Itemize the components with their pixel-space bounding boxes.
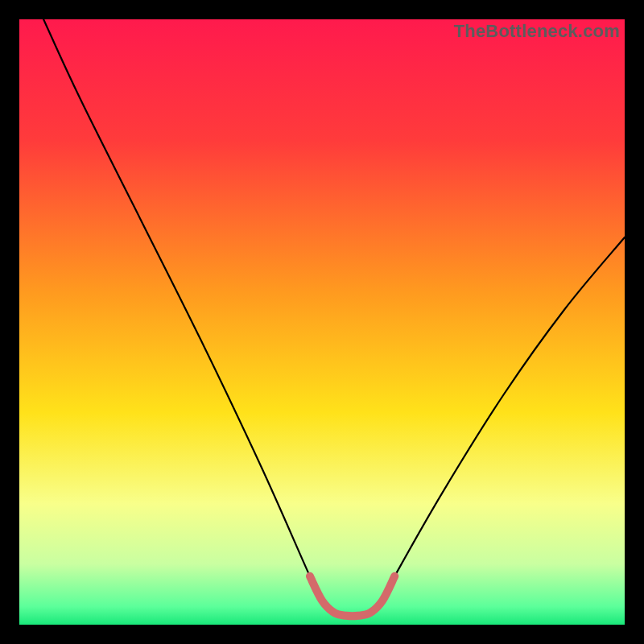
chart-lines bbox=[19, 19, 625, 625]
chart-frame: TheBottleneck.com bbox=[0, 0, 644, 644]
plot-area: TheBottleneck.com bbox=[19, 19, 625, 625]
curve-line bbox=[43, 19, 625, 616]
valley-highlight bbox=[310, 576, 394, 616]
watermark-text: TheBottleneck.com bbox=[454, 21, 620, 42]
